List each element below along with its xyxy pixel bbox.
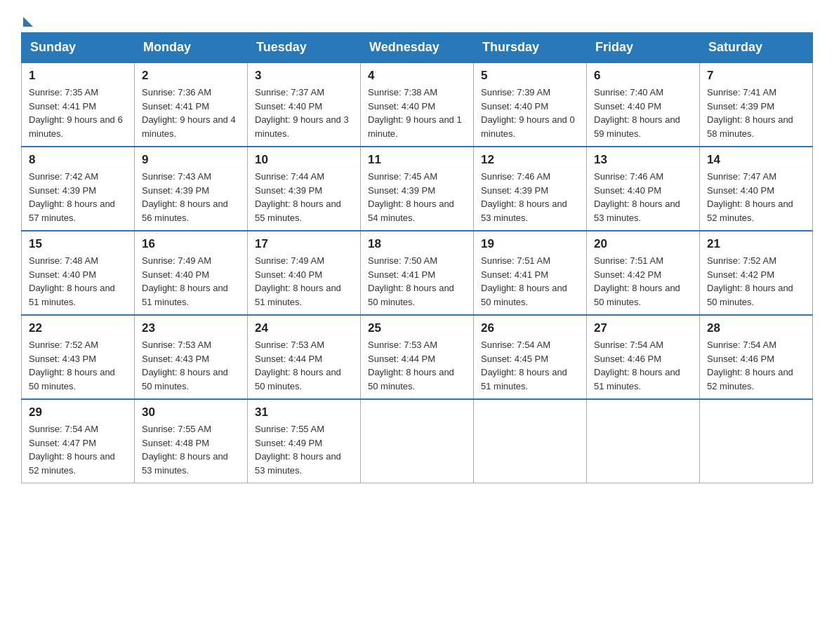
header xyxy=(21,14,813,25)
day-number: 11 xyxy=(368,153,466,167)
calendar-table: SundayMondayTuesdayWednesdayThursdayFrid… xyxy=(21,32,813,483)
day-number: 8 xyxy=(29,153,127,167)
weekday-header-friday: Friday xyxy=(587,33,700,63)
day-info: Sunrise: 7:52 AMSunset: 4:43 PMDaylight:… xyxy=(29,338,127,393)
calendar-cell: 2Sunrise: 7:36 AMSunset: 4:41 PMDaylight… xyxy=(135,62,248,147)
day-number: 9 xyxy=(142,153,240,167)
day-info: Sunrise: 7:52 AMSunset: 4:42 PMDaylight:… xyxy=(707,254,805,309)
day-number: 24 xyxy=(255,321,353,335)
day-number: 18 xyxy=(368,237,466,251)
day-info: Sunrise: 7:50 AMSunset: 4:41 PMDaylight:… xyxy=(368,254,466,309)
calendar-cell: 8Sunrise: 7:42 AMSunset: 4:39 PMDaylight… xyxy=(22,147,135,231)
day-number: 2 xyxy=(142,69,240,83)
calendar-cell: 12Sunrise: 7:46 AMSunset: 4:39 PMDayligh… xyxy=(474,147,587,231)
day-number: 12 xyxy=(481,153,579,167)
weekday-header-wednesday: Wednesday xyxy=(361,33,474,63)
day-number: 14 xyxy=(707,153,805,167)
day-info: Sunrise: 7:44 AMSunset: 4:39 PMDaylight:… xyxy=(255,170,353,224)
day-number: 3 xyxy=(255,69,353,83)
day-number: 13 xyxy=(594,153,692,167)
weekday-header-saturday: Saturday xyxy=(700,33,813,63)
day-number: 10 xyxy=(255,153,353,167)
day-info: Sunrise: 7:53 AMSunset: 4:43 PMDaylight:… xyxy=(142,338,240,393)
day-number: 29 xyxy=(29,405,127,420)
day-info: Sunrise: 7:53 AMSunset: 4:44 PMDaylight:… xyxy=(368,338,466,393)
day-info: Sunrise: 7:47 AMSunset: 4:40 PMDaylight:… xyxy=(707,170,805,224)
weekday-header-row: SundayMondayTuesdayWednesdayThursdayFrid… xyxy=(22,33,813,63)
day-info: Sunrise: 7:54 AMSunset: 4:45 PMDaylight:… xyxy=(481,338,579,393)
day-info: Sunrise: 7:36 AMSunset: 4:41 PMDaylight:… xyxy=(142,86,240,140)
calendar-cell: 7Sunrise: 7:41 AMSunset: 4:39 PMDaylight… xyxy=(700,62,813,147)
day-info: Sunrise: 7:43 AMSunset: 4:39 PMDaylight:… xyxy=(142,170,240,224)
logo xyxy=(21,14,33,25)
calendar-cell: 27Sunrise: 7:54 AMSunset: 4:46 PMDayligh… xyxy=(587,315,700,399)
day-info: Sunrise: 7:42 AMSunset: 4:39 PMDaylight:… xyxy=(29,170,127,224)
calendar-cell: 31Sunrise: 7:55 AMSunset: 4:49 PMDayligh… xyxy=(248,399,361,483)
day-number: 19 xyxy=(481,237,579,251)
calendar-cell: 21Sunrise: 7:52 AMSunset: 4:42 PMDayligh… xyxy=(700,231,813,315)
day-number: 1 xyxy=(29,69,127,83)
day-info: Sunrise: 7:41 AMSunset: 4:39 PMDaylight:… xyxy=(707,86,805,140)
day-info: Sunrise: 7:35 AMSunset: 4:41 PMDaylight:… xyxy=(29,86,127,140)
day-info: Sunrise: 7:46 AMSunset: 4:40 PMDaylight:… xyxy=(594,170,692,224)
day-info: Sunrise: 7:54 AMSunset: 4:47 PMDaylight:… xyxy=(29,422,127,477)
calendar-cell: 5Sunrise: 7:39 AMSunset: 4:40 PMDaylight… xyxy=(474,62,587,147)
day-number: 27 xyxy=(594,321,692,335)
day-number: 26 xyxy=(481,321,579,335)
day-info: Sunrise: 7:49 AMSunset: 4:40 PMDaylight:… xyxy=(142,254,240,309)
calendar-week-row: 1Sunrise: 7:35 AMSunset: 4:41 PMDaylight… xyxy=(22,62,813,147)
day-number: 15 xyxy=(29,237,127,251)
calendar-cell: 17Sunrise: 7:49 AMSunset: 4:40 PMDayligh… xyxy=(248,231,361,315)
calendar-cell: 30Sunrise: 7:55 AMSunset: 4:48 PMDayligh… xyxy=(135,399,248,483)
day-number: 30 xyxy=(142,405,240,420)
calendar-cell: 10Sunrise: 7:44 AMSunset: 4:39 PMDayligh… xyxy=(248,147,361,231)
calendar-week-row: 22Sunrise: 7:52 AMSunset: 4:43 PMDayligh… xyxy=(22,315,813,399)
day-info: Sunrise: 7:54 AMSunset: 4:46 PMDaylight:… xyxy=(594,338,692,393)
day-number: 25 xyxy=(368,321,466,335)
day-number: 5 xyxy=(481,69,579,83)
calendar-cell xyxy=(587,399,700,483)
day-info: Sunrise: 7:45 AMSunset: 4:39 PMDaylight:… xyxy=(368,170,466,224)
calendar-cell: 4Sunrise: 7:38 AMSunset: 4:40 PMDaylight… xyxy=(361,62,474,147)
day-number: 20 xyxy=(594,237,692,251)
day-info: Sunrise: 7:55 AMSunset: 4:49 PMDaylight:… xyxy=(255,422,353,477)
calendar-cell: 22Sunrise: 7:52 AMSunset: 4:43 PMDayligh… xyxy=(22,315,135,399)
calendar-cell xyxy=(474,399,587,483)
day-info: Sunrise: 7:38 AMSunset: 4:40 PMDaylight:… xyxy=(368,86,466,140)
day-info: Sunrise: 7:48 AMSunset: 4:40 PMDaylight:… xyxy=(29,254,127,309)
calendar-cell: 28Sunrise: 7:54 AMSunset: 4:46 PMDayligh… xyxy=(700,315,813,399)
calendar-cell: 24Sunrise: 7:53 AMSunset: 4:44 PMDayligh… xyxy=(248,315,361,399)
day-info: Sunrise: 7:51 AMSunset: 4:41 PMDaylight:… xyxy=(481,254,579,309)
day-number: 31 xyxy=(255,405,353,420)
calendar-body: 1Sunrise: 7:35 AMSunset: 4:41 PMDaylight… xyxy=(22,62,813,483)
calendar-cell: 18Sunrise: 7:50 AMSunset: 4:41 PMDayligh… xyxy=(361,231,474,315)
calendar-cell: 1Sunrise: 7:35 AMSunset: 4:41 PMDaylight… xyxy=(22,62,135,147)
day-number: 6 xyxy=(594,69,692,83)
logo-arrow-icon xyxy=(23,17,33,27)
calendar-cell: 26Sunrise: 7:54 AMSunset: 4:45 PMDayligh… xyxy=(474,315,587,399)
day-number: 28 xyxy=(707,321,805,335)
calendar-cell: 23Sunrise: 7:53 AMSunset: 4:43 PMDayligh… xyxy=(135,315,248,399)
calendar-cell: 11Sunrise: 7:45 AMSunset: 4:39 PMDayligh… xyxy=(361,147,474,231)
calendar-cell: 16Sunrise: 7:49 AMSunset: 4:40 PMDayligh… xyxy=(135,231,248,315)
calendar-cell: 20Sunrise: 7:51 AMSunset: 4:42 PMDayligh… xyxy=(587,231,700,315)
weekday-header-tuesday: Tuesday xyxy=(248,33,361,63)
calendar-cell: 14Sunrise: 7:47 AMSunset: 4:40 PMDayligh… xyxy=(700,147,813,231)
calendar-cell: 13Sunrise: 7:46 AMSunset: 4:40 PMDayligh… xyxy=(587,147,700,231)
day-info: Sunrise: 7:55 AMSunset: 4:48 PMDaylight:… xyxy=(142,422,240,477)
day-info: Sunrise: 7:51 AMSunset: 4:42 PMDaylight:… xyxy=(594,254,692,309)
calendar-cell: 9Sunrise: 7:43 AMSunset: 4:39 PMDaylight… xyxy=(135,147,248,231)
calendar-cell: 3Sunrise: 7:37 AMSunset: 4:40 PMDaylight… xyxy=(248,62,361,147)
weekday-header-thursday: Thursday xyxy=(474,33,587,63)
calendar-cell xyxy=(361,399,474,483)
calendar-cell: 6Sunrise: 7:40 AMSunset: 4:40 PMDaylight… xyxy=(587,62,700,147)
day-info: Sunrise: 7:39 AMSunset: 4:40 PMDaylight:… xyxy=(481,86,579,140)
calendar-cell: 25Sunrise: 7:53 AMSunset: 4:44 PMDayligh… xyxy=(361,315,474,399)
weekday-header-monday: Monday xyxy=(135,33,248,63)
day-number: 16 xyxy=(142,237,240,251)
day-number: 4 xyxy=(368,69,466,83)
calendar-week-row: 29Sunrise: 7:54 AMSunset: 4:47 PMDayligh… xyxy=(22,399,813,483)
weekday-header-sunday: Sunday xyxy=(22,33,135,63)
day-number: 17 xyxy=(255,237,353,251)
day-info: Sunrise: 7:40 AMSunset: 4:40 PMDaylight:… xyxy=(594,86,692,140)
